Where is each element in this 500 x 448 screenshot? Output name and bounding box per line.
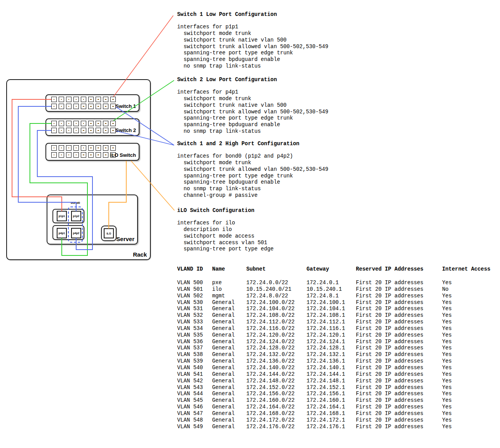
vlan-table-cell: 172.24.172.1 xyxy=(307,417,345,424)
vlan-table-cell: 172.24.120.1 xyxy=(307,332,345,339)
network-rack-diagram-page: Rack Switch 1 Switch 2 iLO Switch Server… xyxy=(0,0,500,448)
vlan-table-cell: General xyxy=(212,306,235,313)
vlan-table-cell: First 20 IP addresses xyxy=(356,339,423,346)
vlan-table-cell: 172.24.172.0/22 xyxy=(246,417,294,424)
vlan-table-cell: 172.24.8.0/22 xyxy=(246,293,288,300)
switch-port xyxy=(81,104,86,109)
vlan-table-cell: 172.24.156.1 xyxy=(307,391,345,398)
vlan-table-cell: 172.24.176.0/22 xyxy=(246,424,294,431)
rack-label: Rack xyxy=(133,251,147,258)
vlan-table-cell: 10.15.240.0/21 xyxy=(246,287,291,293)
vlan-table-cell: 172.24.156.0/22 xyxy=(246,391,294,398)
vlan-table-cell: 172.24.104.0/22 xyxy=(246,306,294,313)
switch-port xyxy=(110,97,116,102)
vlan-table-cell: 172.24.100.0/22 xyxy=(246,300,294,306)
switch-port xyxy=(66,104,71,109)
switch-port xyxy=(103,145,108,151)
switch-port xyxy=(110,121,116,126)
vlan-table-cell: VLAN 538 xyxy=(177,352,203,358)
switch-1-ports xyxy=(51,97,116,109)
vlan-table-cell: VLAN 543 xyxy=(177,385,203,391)
vlan-table-cell: 172.24.128.1 xyxy=(307,345,345,352)
switch-port-row xyxy=(51,121,116,126)
switch-port xyxy=(103,152,108,158)
vlan-column-header: Reserved IP Addresses xyxy=(356,266,423,272)
vlan-table-cell: VLAN 535 xyxy=(177,332,203,339)
vlan-table-cell: Yes xyxy=(442,280,452,287)
switch-port xyxy=(81,145,86,151)
switch-port-row xyxy=(51,97,116,102)
switch-port xyxy=(51,104,57,109)
vlan-table-cell: General xyxy=(212,417,235,424)
server-port-p1p1: p1p1 xyxy=(57,211,67,221)
switch-port xyxy=(66,152,71,158)
vlan-table-cell: ilo xyxy=(212,287,222,293)
vlan-table-cell: 172.24.128.0/22 xyxy=(246,345,294,352)
vlan-table-cell: VLAN 530 xyxy=(177,300,203,306)
switch-port xyxy=(103,104,108,109)
vlan-table-cell: 172.24.160.1 xyxy=(307,398,345,404)
switch-port xyxy=(73,97,79,102)
switch-port xyxy=(81,97,86,102)
vlan-table-cell: First 20 IP addresses xyxy=(356,300,423,306)
vlan-table-cell: General xyxy=(212,300,235,306)
switch-port xyxy=(73,145,79,151)
vlan-table-cell: VLAN 532 xyxy=(177,313,203,319)
config-block-body: interfaces for p1p1 switchport mode trun… xyxy=(177,24,328,70)
vlan-table-cell: 172.24.140.1 xyxy=(307,365,345,372)
vlan-table-cell: 172.24.104.1 xyxy=(307,306,345,313)
switch-port xyxy=(51,152,57,158)
config-block-body: interfaces for bond0 (p1p2 and p4p2) swi… xyxy=(177,153,328,199)
config-block-ilo: iLO Switch Configuration interfaces for … xyxy=(177,207,274,253)
vlan-table-cell: VLAN 502 xyxy=(177,293,203,300)
switch-port xyxy=(59,121,64,126)
vlan-table-cell: General xyxy=(212,358,235,365)
switch-port xyxy=(51,121,57,126)
vlan-table-cell: 172.24.140.0/22 xyxy=(246,365,294,372)
vlan-table-cell: 172.24.164.1 xyxy=(307,404,345,411)
vlan-table-cell: First 20 IP addresses xyxy=(356,424,423,431)
switch-port xyxy=(88,121,94,126)
switch-1-label: Switch 1 xyxy=(115,103,136,109)
vlan-table-cell: Yes xyxy=(442,358,452,365)
vlan-table-cell: Yes xyxy=(442,365,452,372)
vlan-table-cell: 172.24.164.0/22 xyxy=(246,404,294,411)
vlan-table-cell: 172.24.152.0/22 xyxy=(246,385,294,391)
vlan-table-cell: General xyxy=(212,411,235,417)
vlan-table-cell: 172.24.124.1 xyxy=(307,339,345,346)
vlan-table-cell: Yes xyxy=(442,411,452,417)
server-port-ilo: iLO xyxy=(104,228,114,238)
vlan-table-cell: First 20 IP addresses xyxy=(356,313,423,319)
vlan-table-cell: Yes xyxy=(442,319,452,326)
vlan-table-cell: General xyxy=(212,326,235,332)
vlan-table-cell: General xyxy=(212,339,235,346)
vlan-table-cell: First 20 IP addresses xyxy=(356,280,423,287)
vlan-column-header: Subnet xyxy=(246,266,266,272)
vlan-table-cell: Yes xyxy=(442,352,452,358)
server-label: Server xyxy=(116,236,134,242)
vlan-table-cell: 172.24.116.0/22 xyxy=(246,326,294,332)
server-port-p4p1: p4p1 xyxy=(57,228,67,238)
vlan-table-cell: General xyxy=(212,345,235,352)
vlan-table-cell: 172.24.0.1 xyxy=(307,280,339,287)
vlan-table-cell: Yes xyxy=(442,332,452,339)
vlan-table-cell: 172.24.0.0/22 xyxy=(246,280,288,287)
vlan-table-cell: First 20 IP addresses xyxy=(356,358,423,365)
vlan-table-cell: General xyxy=(212,404,235,411)
config-block-title: Switch 1 and 2 High Port Configuration xyxy=(177,141,328,147)
switch-port xyxy=(110,128,116,133)
vlan-table-cell: 172.24.148.1 xyxy=(307,378,345,385)
vlan-table-cell: First 20 IP addresses xyxy=(356,417,423,424)
vlan-table-cell: General xyxy=(212,378,235,385)
switch-port-row xyxy=(51,152,116,158)
vlan-table-cell: 172.24.132.1 xyxy=(307,352,345,358)
switch-port xyxy=(103,128,108,133)
vlan-table-cell: First 20 IP addresses xyxy=(356,378,423,385)
switch-port xyxy=(103,121,108,126)
vlan-column-header: Gateway xyxy=(307,266,329,272)
switch-port xyxy=(51,97,57,102)
switch-port xyxy=(73,121,79,126)
switch-port xyxy=(59,145,64,151)
switch-port xyxy=(88,152,94,158)
vlan-table-cell: VLAN 531 xyxy=(177,306,203,313)
